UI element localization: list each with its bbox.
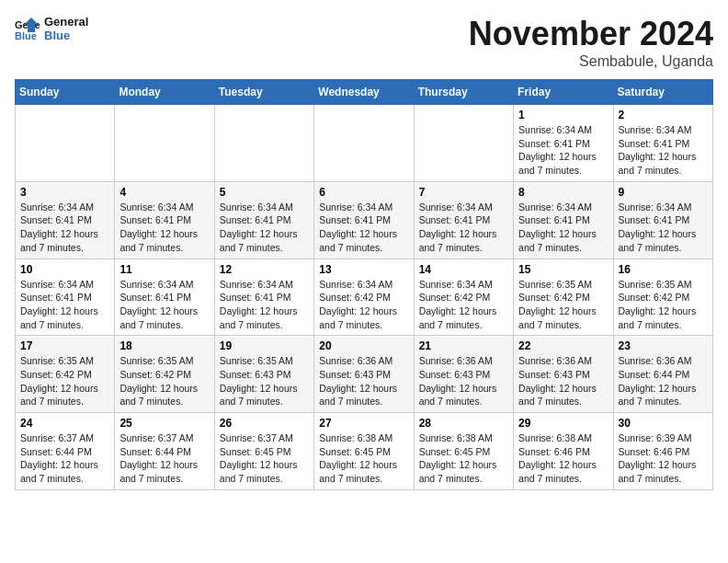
day-number: 6 <box>319 186 408 199</box>
day-number: 18 <box>119 339 209 352</box>
col-header-thursday: Thursday <box>414 80 513 105</box>
day-cell: 23Sunrise: 6:36 AMSunset: 6:44 PMDayligh… <box>613 336 712 413</box>
day-info: Sunrise: 6:34 AMSunset: 6:41 PMDaylight:… <box>20 278 109 332</box>
title-area: November 2024 Sembabule, Uganda <box>469 15 713 70</box>
day-info: Sunrise: 6:35 AMSunset: 6:42 PMDaylight:… <box>619 278 708 332</box>
day-info: Sunrise: 6:34 AMSunset: 6:41 PMDaylight:… <box>518 201 608 255</box>
day-number: 12 <box>220 263 309 276</box>
day-number: 3 <box>20 186 109 199</box>
col-header-friday: Friday <box>514 80 613 105</box>
logo-line1: General <box>44 15 88 29</box>
week-row-3: 10Sunrise: 6:34 AMSunset: 6:41 PMDayligh… <box>16 259 713 336</box>
day-cell: 18Sunrise: 6:35 AMSunset: 6:42 PMDayligh… <box>115 336 214 413</box>
week-row-5: 24Sunrise: 6:37 AMSunset: 6:44 PMDayligh… <box>16 413 713 490</box>
day-info: Sunrise: 6:37 AMSunset: 6:44 PMDaylight:… <box>119 431 209 486</box>
day-cell: 1Sunrise: 6:34 AMSunset: 6:41 PMDaylight… <box>514 105 613 182</box>
week-row-2: 3Sunrise: 6:34 AMSunset: 6:41 PMDaylight… <box>16 181 713 259</box>
day-cell: 5Sunrise: 6:34 AMSunset: 6:41 PMDaylight… <box>214 181 313 259</box>
day-number: 15 <box>518 263 608 276</box>
day-number: 4 <box>119 186 209 199</box>
day-cell: 11Sunrise: 6:34 AMSunset: 6:41 PMDayligh… <box>115 259 214 336</box>
day-number: 25 <box>119 417 209 430</box>
day-cell: 12Sunrise: 6:34 AMSunset: 6:41 PMDayligh… <box>214 259 313 336</box>
day-cell: 4Sunrise: 6:34 AMSunset: 6:41 PMDaylight… <box>115 181 214 259</box>
day-number: 10 <box>20 263 109 276</box>
week-row-1: 1Sunrise: 6:34 AMSunset: 6:41 PMDaylight… <box>16 105 713 182</box>
day-info: Sunrise: 6:34 AMSunset: 6:41 PMDaylight:… <box>619 201 708 255</box>
day-info: Sunrise: 6:34 AMSunset: 6:41 PMDaylight:… <box>619 123 708 178</box>
day-number: 13 <box>319 263 408 276</box>
col-header-saturday: Saturday <box>613 80 712 105</box>
calendar-title: November 2024 <box>469 15 713 53</box>
col-header-sunday: Sunday <box>16 80 115 105</box>
day-cell: 29Sunrise: 6:38 AMSunset: 6:46 PMDayligh… <box>514 413 613 490</box>
day-info: Sunrise: 6:36 AMSunset: 6:43 PMDaylight:… <box>319 354 408 408</box>
day-cell: 6Sunrise: 6:34 AMSunset: 6:41 PMDaylight… <box>314 181 414 259</box>
day-cell: 25Sunrise: 6:37 AMSunset: 6:44 PMDayligh… <box>115 413 214 490</box>
day-number: 16 <box>619 263 708 276</box>
day-cell: 24Sunrise: 6:37 AMSunset: 6:44 PMDayligh… <box>16 413 115 490</box>
logo: General Blue General Blue <box>15 15 88 42</box>
day-number: 23 <box>619 339 708 352</box>
day-cell: 3Sunrise: 6:34 AMSunset: 6:41 PMDaylight… <box>16 181 115 259</box>
calendar-body: 1Sunrise: 6:34 AMSunset: 6:41 PMDaylight… <box>16 105 713 490</box>
day-info: Sunrise: 6:35 AMSunset: 6:42 PMDaylight:… <box>518 278 608 332</box>
day-number: 5 <box>220 186 309 199</box>
day-cell: 27Sunrise: 6:38 AMSunset: 6:45 PMDayligh… <box>314 413 414 490</box>
day-info: Sunrise: 6:38 AMSunset: 6:45 PMDaylight:… <box>319 431 408 486</box>
day-info: Sunrise: 6:35 AMSunset: 6:43 PMDaylight:… <box>220 354 309 408</box>
day-number: 9 <box>619 186 708 199</box>
day-cell: 13Sunrise: 6:34 AMSunset: 6:42 PMDayligh… <box>314 259 414 336</box>
day-info: Sunrise: 6:34 AMSunset: 6:41 PMDaylight:… <box>419 201 508 255</box>
day-cell: 7Sunrise: 6:34 AMSunset: 6:41 PMDaylight… <box>414 181 513 259</box>
day-info: Sunrise: 6:35 AMSunset: 6:42 PMDaylight:… <box>119 354 209 408</box>
day-info: Sunrise: 6:34 AMSunset: 6:41 PMDaylight:… <box>119 278 209 332</box>
day-cell <box>115 105 214 182</box>
day-cell: 16Sunrise: 6:35 AMSunset: 6:42 PMDayligh… <box>613 259 712 336</box>
day-info: Sunrise: 6:34 AMSunset: 6:41 PMDaylight:… <box>220 278 309 332</box>
col-header-wednesday: Wednesday <box>314 80 414 105</box>
day-cell: 26Sunrise: 6:37 AMSunset: 6:45 PMDayligh… <box>214 413 313 490</box>
day-info: Sunrise: 6:37 AMSunset: 6:45 PMDaylight:… <box>220 431 309 486</box>
day-info: Sunrise: 6:34 AMSunset: 6:41 PMDaylight:… <box>220 201 309 255</box>
day-number: 28 <box>419 417 508 430</box>
day-cell: 14Sunrise: 6:34 AMSunset: 6:42 PMDayligh… <box>414 259 513 336</box>
col-header-monday: Monday <box>115 80 214 105</box>
day-cell: 10Sunrise: 6:34 AMSunset: 6:41 PMDayligh… <box>16 259 115 336</box>
calendar-subtitle: Sembabule, Uganda <box>469 53 713 70</box>
day-cell: 22Sunrise: 6:36 AMSunset: 6:43 PMDayligh… <box>514 336 613 413</box>
day-info: Sunrise: 6:38 AMSunset: 6:46 PMDaylight:… <box>518 431 608 486</box>
day-number: 7 <box>419 186 508 199</box>
day-number: 27 <box>319 417 408 430</box>
day-info: Sunrise: 6:34 AMSunset: 6:41 PMDaylight:… <box>518 123 608 178</box>
day-cell: 20Sunrise: 6:36 AMSunset: 6:43 PMDayligh… <box>314 336 414 413</box>
day-info: Sunrise: 6:36 AMSunset: 6:43 PMDaylight:… <box>419 354 508 408</box>
day-number: 29 <box>518 417 608 430</box>
col-header-tuesday: Tuesday <box>214 80 313 105</box>
day-number: 24 <box>20 417 109 430</box>
logo-icon: General Blue <box>15 16 40 41</box>
day-info: Sunrise: 6:34 AMSunset: 6:41 PMDaylight:… <box>119 201 209 255</box>
day-number: 22 <box>518 339 608 352</box>
day-info: Sunrise: 6:34 AMSunset: 6:41 PMDaylight:… <box>319 201 408 255</box>
day-cell <box>16 105 115 182</box>
day-info: Sunrise: 6:34 AMSunset: 6:41 PMDaylight:… <box>20 201 109 255</box>
day-cell: 2Sunrise: 6:34 AMSunset: 6:41 PMDaylight… <box>613 105 712 182</box>
day-info: Sunrise: 6:36 AMSunset: 6:44 PMDaylight:… <box>619 354 708 408</box>
day-cell <box>314 105 414 182</box>
day-number: 2 <box>619 109 708 121</box>
day-number: 19 <box>220 339 309 352</box>
day-cell: 15Sunrise: 6:35 AMSunset: 6:42 PMDayligh… <box>514 259 613 336</box>
day-number: 21 <box>419 339 508 352</box>
day-number: 20 <box>319 339 408 352</box>
day-cell: 28Sunrise: 6:38 AMSunset: 6:45 PMDayligh… <box>414 413 513 490</box>
day-cell: 8Sunrise: 6:34 AMSunset: 6:41 PMDaylight… <box>514 181 613 259</box>
day-cell: 30Sunrise: 6:39 AMSunset: 6:46 PMDayligh… <box>613 413 712 490</box>
week-row-4: 17Sunrise: 6:35 AMSunset: 6:42 PMDayligh… <box>16 336 713 413</box>
logo-line2: Blue <box>44 29 88 42</box>
day-number: 30 <box>619 417 708 430</box>
calendar-header: SundayMondayTuesdayWednesdayThursdayFrid… <box>16 80 713 105</box>
day-number: 8 <box>518 186 608 199</box>
day-cell: 21Sunrise: 6:36 AMSunset: 6:43 PMDayligh… <box>414 336 513 413</box>
day-number: 14 <box>419 263 508 276</box>
